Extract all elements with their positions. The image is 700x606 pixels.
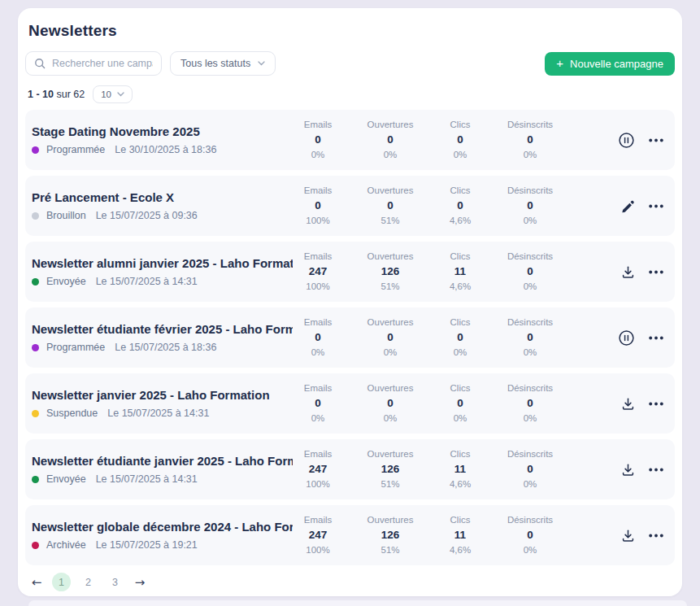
status-dot — [32, 212, 39, 220]
campaign-row[interactable]: Newsletter alumni janvier 2025 - Laho Fo… — [25, 242, 675, 302]
pause-button[interactable] — [618, 329, 635, 347]
status-filter-select[interactable]: Tous les statuts — [170, 51, 276, 76]
stat-percent: 0% — [293, 148, 343, 162]
next-page-button[interactable]: → — [131, 573, 149, 591]
stat-value: 0 — [293, 395, 343, 412]
download-button[interactable] — [621, 265, 635, 279]
stat-column: Désinscrits 0 0% — [494, 250, 566, 294]
stat-value: 247 — [293, 264, 343, 280]
more-options-button[interactable] — [649, 270, 663, 274]
ellipsis-icon — [649, 204, 663, 208]
status-label: Envoyée — [46, 276, 86, 287]
more-options-button[interactable] — [649, 138, 663, 142]
more-options-button[interactable] — [649, 468, 663, 472]
more-options-button[interactable] — [649, 204, 663, 208]
row-actions — [603, 132, 663, 149]
page-number-button[interactable]: 3 — [106, 573, 124, 591]
stat-value: 0 — [293, 198, 343, 214]
stat-value: 11 — [437, 461, 483, 477]
row-stats: Emails 0 100% Ouvertures 0 51% Clics 0 4… — [293, 184, 566, 229]
row-stats: Emails 0 0% Ouvertures 0 0% Clics 0 0% D… — [293, 316, 566, 360]
stat-label: Emails — [293, 316, 343, 329]
stat-column: Emails 0 100% — [293, 184, 343, 229]
campaign-title: Pré Lancement - Ecole X — [32, 190, 293, 204]
download-button[interactable] — [621, 529, 635, 543]
stat-label: Emails — [293, 250, 343, 264]
more-options-button[interactable] — [649, 534, 663, 538]
download-button[interactable] — [621, 463, 635, 477]
edit-button[interactable] — [621, 199, 635, 213]
stat-value: 0 — [494, 132, 566, 148]
campaign-title: Newsletter globale décembre 2024 - Laho … — [32, 520, 293, 534]
edit-pencil-icon — [621, 199, 635, 213]
stat-value: 0 — [494, 264, 566, 280]
pause-button[interactable] — [618, 132, 635, 149]
status-dot — [32, 542, 39, 549]
more-options-button[interactable] — [649, 336, 663, 340]
previous-page-button[interactable]: ← — [28, 573, 46, 591]
download-icon — [621, 463, 635, 477]
campaign-date: Le 15/07/2025 à 14:31 — [96, 473, 198, 485]
stat-label: Emails — [293, 118, 343, 132]
ellipsis-icon — [649, 402, 663, 406]
stat-label: Emails — [293, 513, 343, 527]
campaign-row[interactable]: Newsletter janvier 2025 - Laho Formation… — [25, 373, 675, 434]
campaign-row[interactable]: Newsletter globale décembre 2024 - Laho … — [25, 505, 675, 565]
search-input[interactable] — [52, 58, 153, 69]
stat-percent: 0% — [293, 412, 343, 425]
status-dot — [32, 344, 39, 351]
row-stats: Emails 247 100% Ouvertures 126 51% Clics… — [293, 513, 566, 558]
stat-label: Clics — [437, 447, 483, 461]
stat-column: Désinscrits 0 0% — [494, 447, 566, 492]
row-actions — [603, 329, 663, 347]
row-stats: Emails 247 100% Ouvertures 126 51% Clics… — [293, 447, 566, 492]
stat-percent: 4,6% — [437, 477, 483, 491]
pause-icon — [618, 329, 635, 347]
row-actions — [603, 397, 663, 411]
stat-value: 0 — [494, 395, 566, 412]
campaign-date: Le 15/07/2025 à 09:36 — [96, 210, 198, 221]
more-options-button[interactable] — [649, 402, 663, 406]
stat-value: 0 — [354, 329, 426, 346]
campaign-info: Pré Lancement - Ecole X Brouillon Le 15/… — [32, 190, 293, 221]
per-page-select[interactable]: 10 — [93, 85, 133, 103]
stat-percent: 4,6% — [437, 543, 483, 557]
stat-percent: 0% — [293, 346, 343, 360]
stat-value: 0 — [293, 329, 343, 346]
stat-label: Clics — [437, 118, 483, 132]
stat-label: Désinscrits — [494, 447, 566, 461]
download-icon — [621, 529, 635, 543]
new-campaign-button[interactable]: + Nouvelle campagne — [545, 52, 675, 76]
plus-icon: + — [556, 57, 563, 69]
stat-column: Désinscrits 0 0% — [494, 381, 566, 426]
page-number-button[interactable]: 1 — [52, 573, 71, 591]
results-range-numbers: 1 - 10 — [28, 89, 54, 100]
campaign-row[interactable]: Newsletter étudiante février 2025 - Laho… — [25, 307, 675, 368]
stat-percent: 100% — [293, 280, 343, 294]
stat-value: 126 — [354, 264, 426, 280]
campaign-row[interactable]: Pré Lancement - Ecole X Brouillon Le 15/… — [25, 176, 675, 236]
stat-label: Emails — [293, 381, 343, 395]
stat-value: 0 — [354, 132, 426, 148]
stat-column: Ouvertures 0 0% — [354, 118, 426, 163]
stat-value: 0 — [354, 395, 426, 412]
stat-label: Ouvertures — [354, 316, 426, 329]
stat-label: Ouvertures — [354, 381, 426, 395]
ellipsis-icon — [649, 336, 663, 340]
stat-label: Clics — [437, 184, 483, 198]
stat-percent: 0% — [437, 346, 483, 360]
campaign-meta: Envoyée Le 15/07/2025 à 14:31 — [32, 473, 293, 485]
download-button[interactable] — [621, 397, 635, 411]
page-number-button[interactable]: 2 — [79, 573, 98, 591]
arrow-right-icon: → — [135, 575, 146, 590]
stat-percent: 0% — [494, 412, 566, 425]
results-total: sur 62 — [56, 89, 85, 100]
stat-percent: 51% — [354, 214, 426, 228]
stat-label: Désinscrits — [494, 316, 566, 329]
campaign-title: Newsletter janvier 2025 - Laho Formation — [32, 388, 293, 402]
stat-column: Ouvertures 126 51% — [354, 447, 426, 492]
row-actions — [603, 463, 663, 477]
search-box[interactable] — [25, 51, 162, 76]
campaign-row[interactable]: Newsletter étudiante janvier 2025 - Laho… — [25, 439, 675, 499]
campaign-row[interactable]: Stage Dating Novembre 2025 Programmée Le… — [25, 110, 675, 170]
